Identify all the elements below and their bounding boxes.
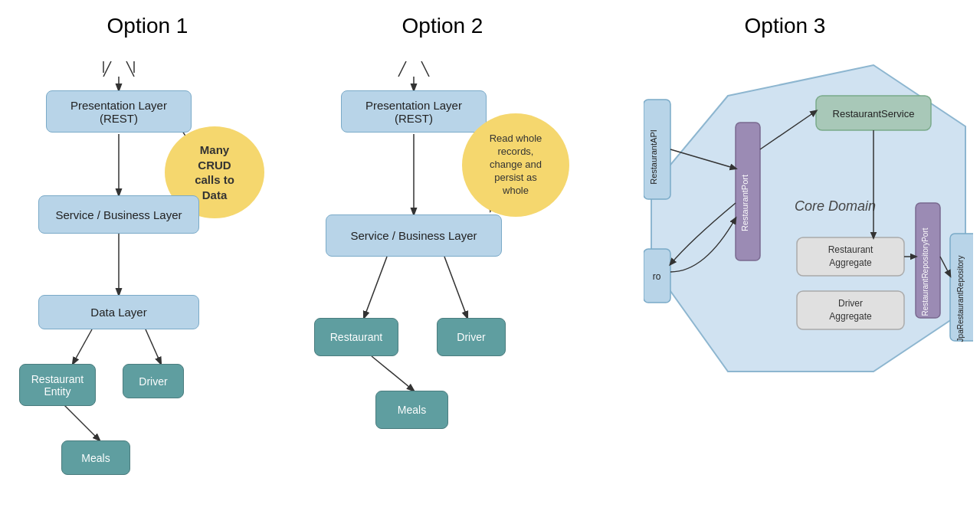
option1-arrows xyxy=(0,0,295,514)
svg-rect-22 xyxy=(797,291,904,329)
svg-rect-19 xyxy=(797,237,904,276)
option2-driver: Driver xyxy=(437,318,506,356)
option1-service-layer: Service / Business Layer xyxy=(38,195,199,234)
svg-text:ro: ro xyxy=(653,271,661,282)
option3-diagram: Core Domain RestaurantService Restaurant… xyxy=(644,50,973,486)
svg-text:Driver: Driver xyxy=(838,298,863,309)
option2-service-layer: Service / Business Layer xyxy=(326,214,502,257)
option3-title: Option 3 xyxy=(590,14,980,38)
option2-container: Option 2 Presentation Layer(REST) Read w… xyxy=(295,0,590,514)
core-domain-label: Core Domain xyxy=(795,198,876,214)
svg-line-14 xyxy=(364,257,387,318)
svg-text:RestaurantAPI: RestaurantAPI xyxy=(649,129,658,185)
svg-line-7 xyxy=(73,329,92,364)
svg-text:RestaurantPort: RestaurantPort xyxy=(740,175,749,231)
svg-line-15 xyxy=(444,257,467,318)
option1-presentation-layer: Presentation Layer (REST) xyxy=(46,90,192,133)
option2-restaurant: Restaurant xyxy=(314,318,398,356)
option1-restaurant-entity: RestaurantEntity xyxy=(19,364,96,406)
svg-line-16 xyxy=(372,356,414,391)
svg-line-0 xyxy=(103,61,111,77)
option1-title: Option 1 xyxy=(0,14,295,38)
svg-line-11 xyxy=(421,61,429,77)
restaurant-service-label: RestaurantService xyxy=(833,108,915,119)
svg-text:RestaurantRepositoryPort: RestaurantRepositoryPort xyxy=(921,228,929,316)
svg-line-1 xyxy=(126,61,134,77)
option1-meals: Meals xyxy=(61,440,130,475)
option1-driver: Driver xyxy=(123,364,184,398)
option2-meals: Meals xyxy=(375,391,448,429)
option2-arrows xyxy=(295,0,590,514)
option2-callout: Read wholerecords,change andpersist aswh… xyxy=(462,113,569,217)
option2-presentation-layer: Presentation Layer(REST) xyxy=(341,90,487,133)
option1-data-layer: Data Layer xyxy=(38,295,199,329)
option3-container: Option 3 Core Domain RestaurantService R… xyxy=(590,0,980,514)
svg-line-9 xyxy=(61,402,100,440)
svg-text:JpaRestaurantRepository: JpaRestaurantRepository xyxy=(956,256,965,342)
svg-text:Aggregate: Aggregate xyxy=(829,257,872,268)
svg-line-8 xyxy=(146,329,161,364)
svg-text:Aggregate: Aggregate xyxy=(829,311,872,322)
svg-text:Restaurant: Restaurant xyxy=(828,244,873,255)
option1-container: Option 1 Presentation Layer (REST) ManyC xyxy=(0,0,295,514)
svg-line-10 xyxy=(398,61,406,77)
